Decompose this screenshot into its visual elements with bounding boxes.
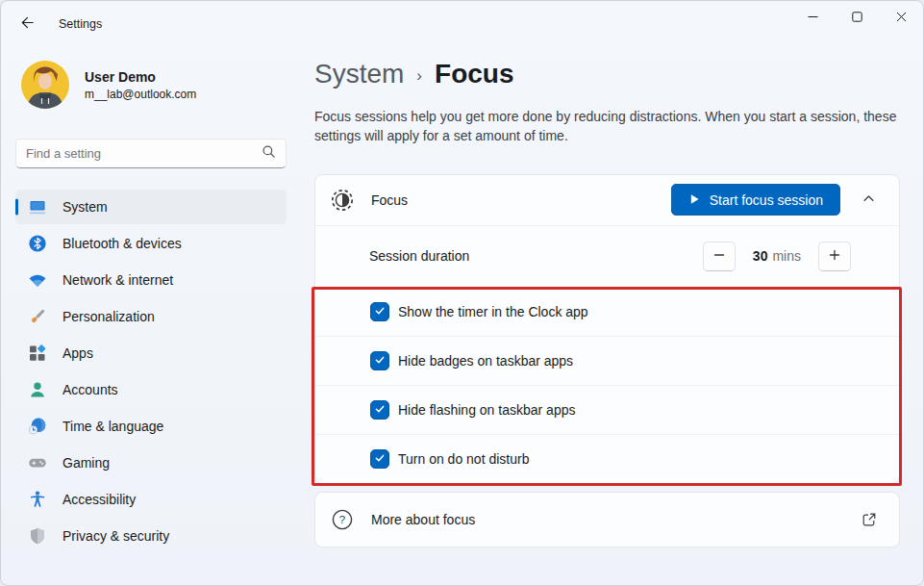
focus-card: Focus Start focus session Session durati… [314,174,900,484]
user-profile[interactable]: User Demo m__lab@outlook.com [21,61,287,109]
minus-icon [713,249,725,264]
sidebar-item-label: Bluetooth & devices [62,236,182,251]
checkbox-hide-badges[interactable] [370,351,389,370]
maximize-button[interactable] [835,1,879,34]
session-duration-value: 30 mins [746,248,808,264]
profile-email: m__lab@outlook.com [85,88,196,101]
help-icon: ? [331,508,354,531]
settings-window: Settings [0,0,924,586]
breadcrumb: System › Focus [314,59,900,89]
breadcrumb-separator-icon: › [416,63,422,86]
close-icon [896,9,907,26]
sidebar-item-accounts[interactable]: Accounts [15,372,287,407]
shield-icon [28,526,47,546]
page-description: Focus sessions help you get more done by… [314,108,900,146]
checkbox-label: Hide badges on taskbar apps [398,353,573,369]
close-button[interactable] [879,1,923,34]
checkmark-icon [374,450,386,468]
session-duration-label: Session duration [369,248,469,264]
bluetooth-icon [28,234,47,253]
focus-option-row-show-timer[interactable]: Show the timer in the Clock app [315,287,899,336]
gamepad-icon [28,453,47,472]
sidebar-item-label: Accessibility [62,492,136,507]
checkmark-icon [374,401,386,419]
checkmark-icon [374,303,386,320]
sidebar-item-label: Gaming [62,455,110,471]
sidebar-item-label: Accounts [62,382,118,397]
checkbox-label: Turn on do not disturb [398,451,529,467]
search-input[interactable] [26,146,262,161]
session-duration-stepper: 30 mins [703,242,851,271]
search-box[interactable] [15,139,287,168]
sidebar: User Demo m__lab@outlook.com System [1,47,301,586]
increase-duration-button[interactable] [818,242,851,271]
sidebar-item-label: System [62,199,108,215]
chevron-up-icon [862,191,875,209]
checkbox-do-not-disturb[interactable] [370,449,389,469]
sidebar-item-label: Apps [62,345,93,361]
collapse-expander-button[interactable] [853,186,884,215]
sidebar-item-system[interactable]: System [15,190,287,224]
titlebar: Settings [1,1,923,47]
external-link-icon[interactable] [855,505,884,534]
sidebar-item-network-internet[interactable]: Network & internet [15,263,287,297]
sidebar-item-label: Personalization [62,309,155,324]
sidebar-item-personalization[interactable]: Personalization [15,299,287,334]
sidebar-item-label: Privacy & security [62,528,169,544]
system-icon [28,197,47,217]
sidebar-nav: System Bluetooth & devices Network & int… [15,190,287,553]
duration-number: 30 [753,248,768,264]
focus-header-row: Focus Start focus session [315,175,899,225]
window-controls [790,1,923,34]
more-about-focus-card[interactable]: ? More about focus [314,492,900,548]
user-avatar [21,61,69,109]
play-icon [688,192,700,208]
profile-name: User Demo [85,69,196,85]
sidebar-item-gaming[interactable]: Gaming [15,446,287,480]
profile-text: User Demo m__lab@outlook.com [85,69,196,101]
start-focus-session-button[interactable]: Start focus session [671,184,840,216]
sidebar-item-privacy-security[interactable]: Privacy & security [15,519,287,553]
breadcrumb-parent[interactable]: System [314,59,404,89]
decrease-duration-button[interactable] [703,242,736,271]
paintbrush-icon [28,307,47,326]
focus-option-row-hide-badges[interactable]: Hide badges on taskbar apps [315,336,899,385]
globe-clock-icon [28,417,47,436]
apps-icon [28,344,47,363]
minimize-icon [808,9,818,26]
wifi-icon [28,270,47,290]
session-duration-row: Session duration 30 mins [315,225,899,287]
person-icon [28,380,47,399]
sidebar-item-label: Time & language [62,419,163,434]
checkbox-hide-flashing[interactable] [370,400,389,420]
sidebar-item-time-language[interactable]: Time & language [15,409,287,444]
focus-option-row-do-not-disturb[interactable]: Turn on do not disturb [315,434,899,483]
focus-card-title: Focus [371,192,408,208]
sidebar-item-label: Network & internet [62,272,173,288]
page-title: Focus [435,59,513,89]
more-about-focus-label: More about focus [371,512,475,527]
focus-icon [331,189,354,212]
start-button-label: Start focus session [710,192,823,208]
focus-option-row-hide-flashing[interactable]: Hide flashing on taskbar apps [315,385,899,434]
plus-icon [829,249,840,264]
checkmark-icon [374,352,386,369]
checkbox-show-timer[interactable] [370,302,389,321]
sidebar-item-bluetooth-devices[interactable]: Bluetooth & devices [15,226,287,261]
duration-unit: mins [772,248,801,264]
checkbox-label: Hide flashing on taskbar apps [398,402,575,418]
app-title: Settings [59,17,102,31]
svg-text:?: ? [339,514,345,525]
maximize-icon [852,9,862,26]
accessibility-person-icon [28,490,47,509]
sidebar-item-apps[interactable]: Apps [15,336,287,370]
search-icon [262,144,276,163]
checkbox-label: Show the timer in the Clock app [398,304,588,319]
sidebar-item-accessibility[interactable]: Accessibility [15,482,287,517]
back-arrow-icon [20,15,35,34]
back-button[interactable] [9,10,45,38]
minimize-button[interactable] [790,1,835,34]
main-content: System › Focus Focus sessions help you g… [301,47,923,586]
more-about-focus-row[interactable]: ? More about focus [315,493,899,547]
